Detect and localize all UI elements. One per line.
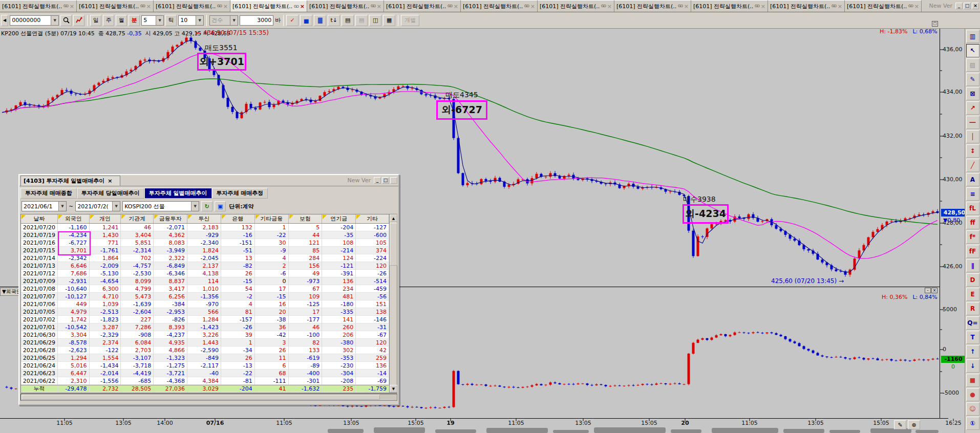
window-tab[interactable]: [6101] 전략실행차트(...GD× xyxy=(461,0,538,12)
window-tab[interactable]: [6101] 전략실행차트(...GD× xyxy=(538,0,614,12)
panel-titlebar[interactable]: [4103] 투자주체 일별매매추이 × New Ver _ □ xyxy=(19,175,398,186)
fibonacci-retracement-tool[interactable]: fF xyxy=(966,245,979,258)
scroll-up-icon[interactable]: ▲ xyxy=(390,214,397,222)
pencil-button[interactable]: ✎ xyxy=(894,420,906,429)
tab-close-icon[interactable]: × xyxy=(300,3,305,10)
instrument-select[interactable]: KOSPI200 선물▼ xyxy=(122,201,199,211)
window-tab[interactable]: [6101] 전략실행차트(...GD× xyxy=(384,0,461,12)
period-tick-button[interactable]: 틱 xyxy=(165,15,177,26)
column-header[interactable]: 연기금 xyxy=(322,214,356,223)
tab-close-icon[interactable]: × xyxy=(530,3,535,10)
table-row[interactable]: 2021/07/20-1,1601,24146-2,0712,18313215-… xyxy=(21,224,389,231)
table-row[interactable]: 2021/07/127,686-5,130-2,530-6,3464,13826… xyxy=(21,270,389,277)
horizontal-lines-tool[interactable]: ≡ xyxy=(966,187,979,201)
window-tab[interactable]: [6101] 전략실행차트(...GD× xyxy=(768,0,845,12)
period-month-button[interactable]: 월 xyxy=(116,15,127,26)
tab-close-icon[interactable]: × xyxy=(377,3,381,10)
panel-tab[interactable]: 투자주체 일별매매추이 xyxy=(144,188,212,199)
bar-count-input[interactable] xyxy=(240,15,273,26)
vertical-line-tool[interactable]: │ xyxy=(966,130,979,143)
panel-tab-close-icon[interactable]: × xyxy=(108,178,112,184)
tab-close-icon[interactable]: × xyxy=(607,3,612,10)
panel-tab[interactable]: 투자주체 당일매매추이 xyxy=(77,188,144,199)
arrow-down-tool[interactable]: ↓ xyxy=(966,359,979,373)
pattern-d-tool[interactable]: D xyxy=(966,273,979,287)
column-header[interactable]: 기관계 xyxy=(121,214,154,223)
column-header[interactable]: 날짜 xyxy=(21,214,58,223)
minute-count-combo[interactable]: 5▼ xyxy=(141,15,164,26)
table-row[interactable]: 2021/06/29-8,5782,3746,0844,9351,4431382… xyxy=(21,339,389,347)
tab-close-icon[interactable]: × xyxy=(70,3,74,10)
fibonacci-arc-tool[interactable]: f* xyxy=(966,230,979,244)
column-header[interactable]: 개인 xyxy=(90,214,121,223)
date-from-select[interactable]: 2021/06/1▼ xyxy=(22,201,67,211)
sub-close-icon[interactable]: × xyxy=(931,288,938,293)
table-row[interactable]: 2021/07/07-10,1274,7105,4736,256-1,356-2… xyxy=(21,293,389,300)
close-button[interactable]: × xyxy=(972,3,979,9)
chart-restore-icon[interactable]: □ xyxy=(932,21,938,27)
window-tab[interactable]: [6101] 전략실행차트(...GD× xyxy=(230,0,307,12)
compare-check-icon[interactable]: ✓ xyxy=(286,15,299,26)
grid-icon[interactable]: ▦ xyxy=(383,15,395,26)
draw-edit-tool[interactable]: ✎ xyxy=(966,73,979,86)
vertical-scrollbar[interactable]: ▲ ▼ xyxy=(390,214,397,393)
minimize-button[interactable]: _ xyxy=(955,3,963,9)
sort-icon[interactable]: t↓ xyxy=(328,15,340,26)
clock-tool[interactable]: ① xyxy=(966,417,979,430)
fibonacci-lines-tool[interactable]: fL xyxy=(966,202,979,215)
ellipse-tool[interactable]: ● xyxy=(966,388,979,401)
text-tool[interactable]: T xyxy=(966,331,979,344)
rectangle-tool[interactable]: ■ xyxy=(966,374,979,387)
scroll-down-icon[interactable]: ▼ xyxy=(390,385,397,393)
tab-close-icon[interactable]: × xyxy=(914,3,919,10)
arrow-up-tool[interactable]: ↑ xyxy=(966,345,979,358)
tab-close-icon[interactable]: × xyxy=(223,3,228,10)
period-week-button[interactable]: 주 xyxy=(103,15,114,26)
column-header[interactable]: 은행 xyxy=(221,214,255,223)
save-icon[interactable]: ▤ xyxy=(355,15,368,26)
magnet-tool[interactable]: ▨ xyxy=(966,58,979,72)
panel-tab[interactable]: 투자주체 매매종합 xyxy=(20,188,77,199)
window-tab[interactable]: [6101] 전략실행차트(...GD× xyxy=(77,0,154,12)
tab-close-icon[interactable]: × xyxy=(838,3,842,10)
panel-minimize-button[interactable]: _ xyxy=(374,177,381,184)
fibonacci-fan-tool[interactable]: ff xyxy=(966,216,979,229)
tick-count-combo[interactable]: 10▼ xyxy=(178,15,204,26)
parallel-channel-tool[interactable]: ∥ xyxy=(966,259,979,272)
column-header[interactable]: 외국인 xyxy=(58,214,90,223)
price-range-tool[interactable]: ↕ xyxy=(966,144,979,158)
tab-close-icon[interactable]: × xyxy=(684,3,689,10)
table-row[interactable]: 2021/06/251,2941,554-3,107-1,323-8492611… xyxy=(21,354,389,362)
panel-tab[interactable]: 투자주체 매매추정 xyxy=(212,188,268,199)
window-tab[interactable]: [6101] 전략실행차트(...GD× xyxy=(0,0,77,12)
horizontal-segment-tool[interactable]: ― xyxy=(966,116,979,129)
investor-panel[interactable]: [4103] 투자주체 일별매매추이 × New Ver _ □ 투자주체 매매… xyxy=(18,174,399,405)
pattern-r-tool[interactable]: R xyxy=(966,302,979,315)
table-row[interactable]: 2021/07/09-2,931-4,6548,0998,837114-150-… xyxy=(21,277,389,285)
candle-style-icon[interactable]: ◫ xyxy=(369,15,381,26)
tab-close-icon[interactable]: × xyxy=(761,3,765,10)
table-row[interactable]: 2021/06/28-2,623-1222,7034,866-2,590-342… xyxy=(21,347,389,354)
volume-bars-icon[interactable]: ▅ xyxy=(300,15,312,26)
table-row[interactable]: 2021/07/19-4,2341,4303,4044,362-929-16-2… xyxy=(21,231,389,239)
view-button[interactable]: ▣ xyxy=(215,201,226,211)
table-row[interactable]: 2021/07/16-6,7277715,8518,083-2,340-1513… xyxy=(21,239,389,247)
chart-flag-button[interactable] xyxy=(73,15,84,26)
pointer-tool[interactable]: ↖ xyxy=(966,44,979,57)
table-row[interactable]: 2021/06/245,016-1,434-3,718-1,275-2,117-… xyxy=(21,362,389,370)
table-row[interactable]: 2021/07/14-2,3421,8647022,322-2,04513428… xyxy=(21,254,389,262)
chart-mode-tool[interactable]: ▥ xyxy=(966,30,979,43)
column-header[interactable]: 투신 xyxy=(187,214,221,223)
erase-all-tool[interactable]: ⊠ xyxy=(966,87,979,100)
table-row[interactable]: 2021/07/08-10,6406,3004,7993,4171,010541… xyxy=(21,285,389,293)
window-tab[interactable]: [6101] 전략실행차트(...GD× xyxy=(154,0,230,12)
table-row[interactable]: 2021/07/021,742-1,823227-8261,284-157-38… xyxy=(21,316,389,323)
column-header[interactable]: 기타 xyxy=(356,214,389,223)
panel-restore-button[interactable]: □ xyxy=(382,177,389,184)
panel-close-button[interactable] xyxy=(390,177,397,184)
table-row[interactable]: 2021/06/303,304-2,329-908-4,2373,22639-4… xyxy=(21,331,389,339)
table-row[interactable]: 2021/07/054,979-2,513-2,604-2,9535668120… xyxy=(21,308,389,316)
column-header[interactable]: 보험 xyxy=(289,214,323,223)
smiley-tool[interactable]: ☺ xyxy=(966,402,979,416)
scroll-left-button[interactable]: ◀ xyxy=(1,15,8,26)
